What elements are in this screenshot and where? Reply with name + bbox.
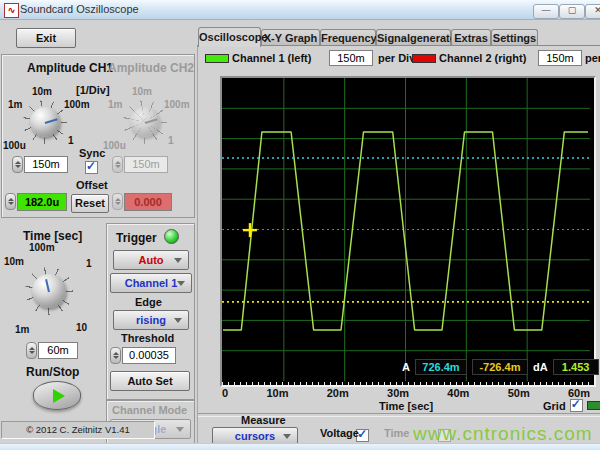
tab-xy-graph[interactable]: X-Y Graph [261, 29, 320, 46]
tab-frequency[interactable]: Frequency [320, 29, 376, 46]
maximize-icon: ▢ [568, 5, 577, 15]
chevron-down-icon [174, 258, 182, 263]
voltage-label: Voltage [320, 427, 359, 439]
x-tick-20m: 20m [327, 387, 349, 399]
x-axis-ticks: 0 10m 20m 30m 40m 50m 60m [222, 387, 590, 399]
x-tick-0: 0 [222, 387, 228, 399]
timebase-knob[interactable] [32, 274, 66, 308]
timebase-spinner[interactable] [26, 342, 37, 359]
ch2-knob-label-100u: 100u [103, 140, 126, 151]
trigger-source-value: Channel 1 [125, 277, 178, 289]
readout-cursor1-value: 726.4m [415, 359, 467, 375]
run-stop-button[interactable] [33, 381, 81, 410]
exit-button[interactable]: Exit [16, 28, 76, 48]
amplitude-ch2-value[interactable]: 150m [124, 156, 168, 173]
scope-display[interactable] [220, 76, 596, 387]
threshold-spinner[interactable] [110, 347, 121, 364]
ch1-knob-label-1: 1 [68, 135, 74, 146]
offset-label: Offset [76, 179, 108, 191]
window-bottom-border [0, 443, 600, 450]
trigger-edge-dropdown[interactable]: rising [113, 310, 189, 330]
amplitude-ch2-title: Amplitude CH2 [108, 61, 194, 75]
time-knob-label-10: 10 [76, 322, 87, 333]
auto-set-button[interactable]: Auto Set [110, 371, 190, 391]
copyright-text: © 2012 C. Zeitnitz V1.41 [1, 421, 155, 439]
ch1-knob-label-100m: 100m [64, 99, 90, 110]
time-label: Time [384, 427, 409, 439]
trigger-title: Trigger [116, 231, 157, 245]
ch2-knob-label-1m: 1m [108, 99, 122, 110]
sync-checkbox[interactable] [85, 161, 98, 174]
readout-delta-value: 1.453 [553, 359, 599, 375]
play-icon [53, 389, 65, 403]
scope-plot [222, 78, 590, 381]
offset-reset-button[interactable]: Reset [71, 194, 109, 213]
grid-checkbox[interactable] [570, 399, 583, 412]
channel1-label: Channel 1 (left) [232, 52, 311, 64]
tab-signalgenerator[interactable]: Signalgenerator [376, 29, 451, 46]
amplitude-ch2-needle [145, 118, 158, 124]
trigger-mode-dropdown[interactable]: Auto [113, 250, 189, 270]
ch2-knob-label-10m: 10m [132, 86, 152, 97]
channel2-label: Channel 2 (right) [439, 52, 526, 64]
tab-settings[interactable]: Settings [491, 29, 538, 46]
x-tick-40m: 40m [447, 387, 469, 399]
trigger-mode-value: Auto [138, 254, 163, 266]
threshold-label: Threshold [121, 332, 174, 344]
offset-ch1-spinner[interactable] [5, 193, 16, 210]
channel-mode-label: Channel Mode [112, 404, 187, 416]
time-knob-label-1: 1 [86, 258, 92, 269]
measure-title: Measure [241, 414, 286, 426]
tab-oscilloscope[interactable]: Oscilloscope [198, 27, 261, 47]
grid-label: Grid [543, 400, 566, 412]
sync-label: Sync [79, 147, 105, 159]
soundcard-oscilloscope-window: { "window": { "title": "Soundcard Oszill… [0, 0, 600, 450]
amplitude-ch1-knob[interactable] [30, 107, 60, 137]
timebase-title: Time [sec] [23, 229, 82, 243]
amplitude-unit-label: [1/Div] [76, 84, 110, 96]
edge-label: Edge [135, 296, 162, 308]
tab-page-left-border [197, 45, 198, 443]
trigger-edge-value: rising [136, 314, 166, 326]
offset-ch1-value[interactable]: 182.0u [17, 193, 67, 211]
ch2-knob-label-1: 1 [168, 135, 174, 146]
run-stop-label: Run/Stop [26, 365, 79, 379]
time-knob-label-10m: 10m [4, 256, 24, 267]
x-tick-30m: 30m [387, 387, 409, 399]
ch1-knob-label-100u: 100u [3, 140, 26, 151]
close-button[interactable]: ✕ [585, 4, 600, 19]
tab-extras[interactable]: Extras [451, 29, 491, 46]
x-axis-ruler [222, 382, 590, 385]
ch2-knob-label-100m: 100m [164, 99, 190, 110]
chevron-down-icon [177, 281, 185, 286]
timebase-value[interactable]: 60m [38, 342, 78, 359]
channel2-per-div-label: per Div [585, 52, 600, 64]
x-axis-label: Time [sec] [222, 400, 590, 412]
amplitude-ch1-value[interactable]: 150m [24, 156, 68, 173]
readout-a-label: A [402, 361, 410, 373]
minimize-icon: — [542, 5, 551, 15]
chevron-down-icon [176, 427, 184, 432]
amplitude-ch2-knob[interactable] [130, 107, 160, 137]
channel1-per-div-value[interactable]: 150m [329, 50, 373, 66]
channel1-color-swatch [205, 54, 229, 63]
trigger-source-dropdown[interactable]: Channel 1 [110, 273, 192, 293]
threshold-value[interactable]: 0.00035 [122, 347, 176, 364]
amplitude-ch1-spinner[interactable] [12, 156, 23, 173]
amplitude-ch2-spinner[interactable] [112, 156, 123, 173]
chevron-down-icon [283, 434, 291, 439]
trigger-led [164, 229, 179, 244]
grid-color-swatch [587, 401, 600, 410]
readout-da-label: dA [533, 361, 548, 373]
window-title: Soundcard Oszilloscope [20, 3, 139, 15]
minimize-button[interactable]: — [533, 4, 559, 19]
offset-ch2-value[interactable]: 0.000 [124, 193, 172, 211]
maximize-button[interactable]: ▢ [559, 4, 585, 19]
cursor-readout: A 726.4m -726.4m dA 1.453 [402, 359, 599, 375]
channel2-per-div-value[interactable]: 150m [538, 50, 582, 66]
channel2-color-swatch [412, 54, 436, 63]
close-icon: ✕ [594, 5, 600, 15]
chevron-down-icon [174, 318, 182, 323]
time-knob-label-100m: 100m [29, 242, 55, 253]
offset-ch2-spinner[interactable] [112, 193, 123, 210]
